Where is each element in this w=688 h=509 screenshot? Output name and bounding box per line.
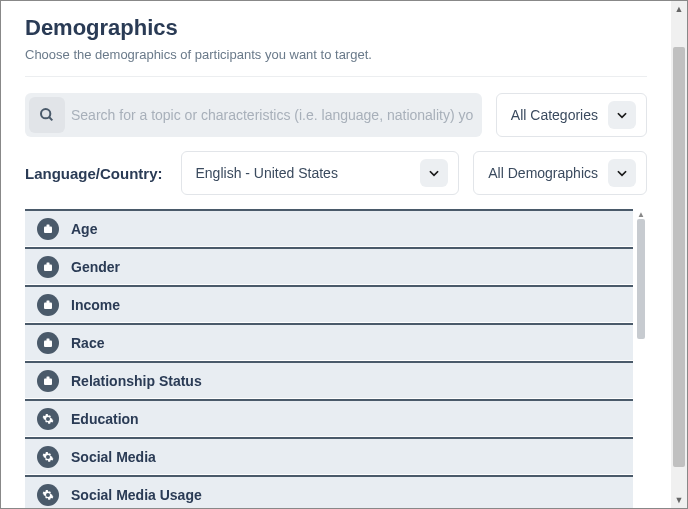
search-button[interactable] xyxy=(29,97,65,133)
list-item-label: Age xyxy=(71,221,97,237)
svg-rect-6 xyxy=(44,302,52,309)
language-country-label: Language/Country: xyxy=(25,151,167,195)
svg-point-0 xyxy=(41,109,50,118)
svg-rect-9 xyxy=(47,338,50,341)
search-input[interactable] xyxy=(71,107,474,123)
svg-rect-7 xyxy=(47,300,50,303)
scroll-thumb[interactable] xyxy=(673,47,685,467)
badge-icon xyxy=(37,370,59,392)
badge-icon xyxy=(37,332,59,354)
scroll-thumb[interactable] xyxy=(637,219,645,339)
demographics-select-value: All Demographics xyxy=(488,165,598,181)
list-item-label: Social Media Usage xyxy=(71,487,202,503)
list-item-label: Relationship Status xyxy=(71,373,202,389)
badge-icon xyxy=(37,218,59,240)
svg-rect-4 xyxy=(44,264,52,271)
search-box xyxy=(25,93,482,137)
categories-select[interactable]: All Categories xyxy=(496,93,647,137)
list-item-label: Gender xyxy=(71,259,120,275)
page-title: Demographics xyxy=(25,15,647,41)
gear-icon xyxy=(37,446,59,468)
search-icon xyxy=(39,107,55,123)
categories-select-value: All Categories xyxy=(511,107,598,123)
badge-icon xyxy=(37,294,59,316)
list-scrollbar[interactable]: ▲ xyxy=(635,209,647,508)
list-item[interactable]: Relationship Status xyxy=(25,361,633,399)
demographics-select[interactable]: All Demographics xyxy=(473,151,647,195)
list-item[interactable]: Gender xyxy=(25,247,633,285)
divider xyxy=(25,76,647,77)
svg-rect-3 xyxy=(47,224,50,227)
svg-rect-2 xyxy=(44,226,52,233)
list-item-label: Social Media xyxy=(71,449,156,465)
page-subtitle: Choose the demographics of participants … xyxy=(25,47,647,62)
list-item[interactable]: Social Media xyxy=(25,437,633,475)
chevron-down-icon xyxy=(420,159,448,187)
scroll-up-icon[interactable]: ▲ xyxy=(671,1,687,17)
scroll-up-icon[interactable]: ▲ xyxy=(635,209,647,219)
demographics-list: AgeGenderIncomeRaceRelationship StatusEd… xyxy=(25,209,633,508)
svg-rect-11 xyxy=(47,376,50,379)
list-item-label: Race xyxy=(71,335,104,351)
list-item-label: Income xyxy=(71,297,120,313)
badge-icon xyxy=(37,256,59,278)
svg-rect-8 xyxy=(44,340,52,347)
language-select[interactable]: English - United States xyxy=(181,151,460,195)
list-item[interactable]: Age xyxy=(25,209,633,247)
list-item[interactable]: Education xyxy=(25,399,633,437)
svg-rect-10 xyxy=(44,378,52,385)
svg-line-1 xyxy=(49,117,52,120)
language-select-value: English - United States xyxy=(196,165,338,181)
chevron-down-icon xyxy=(608,101,636,129)
window-scrollbar[interactable]: ▲ ▼ xyxy=(671,1,687,508)
chevron-down-icon xyxy=(608,159,636,187)
list-item[interactable]: Race xyxy=(25,323,633,361)
list-item[interactable]: Income xyxy=(25,285,633,323)
list-item-label: Education xyxy=(71,411,139,427)
list-item[interactable]: Social Media Usage xyxy=(25,475,633,508)
scroll-down-icon[interactable]: ▼ xyxy=(671,492,687,508)
gear-icon xyxy=(37,408,59,430)
svg-rect-5 xyxy=(47,262,50,265)
gear-icon xyxy=(37,484,59,506)
